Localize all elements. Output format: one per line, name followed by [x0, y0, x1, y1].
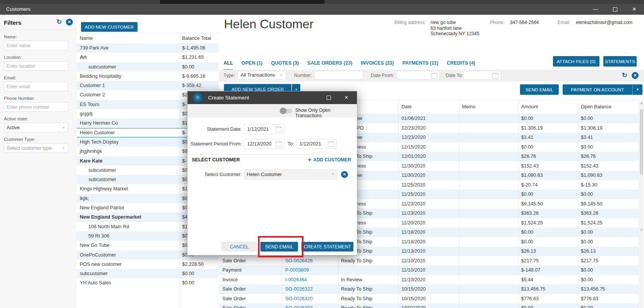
add-new-customer-button[interactable]: ADD NEW CUSTOMER — [81, 22, 138, 32]
minimize-button[interactable]: — — [586, 4, 605, 15]
customer-row[interactable]: subcustomer$0.00 — [77, 269, 219, 278]
window-titlebar: Customers — ✕ — [0, 4, 644, 15]
statement-date-input[interactable]: 1/12/2021 — [244, 124, 284, 134]
billing-line-2: 63 hartfort lane — [430, 26, 479, 31]
scroll-down-icon[interactable]: ▼ — [639, 228, 644, 232]
transaction-open-balance: $0.00 — [581, 114, 593, 123]
dialog-maximize-button[interactable] — [323, 91, 334, 104]
customer-row[interactable]: Bedding Hospitality$-9,695.16 — [77, 72, 219, 81]
active-state-value: Active — [7, 125, 20, 130]
payment-on-account-dropdown[interactable]: ▼ — [632, 84, 642, 95]
transaction-number-link[interactable]: P-0003809 — [285, 265, 309, 275]
customer-name: New England Patriot — [80, 203, 124, 212]
tab-credits-4[interactable]: CREDITS (4) — [447, 60, 475, 70]
active-state-select[interactable]: Active▼ — [4, 123, 68, 132]
tab-all[interactable]: ALL — [224, 60, 233, 70]
dialog-close-button[interactable]: ✕ — [341, 91, 352, 104]
type-select[interactable]: All Transactions ▼ — [238, 71, 286, 80]
email-input[interactable] — [4, 82, 68, 91]
transaction-type: Invoice — [222, 275, 238, 285]
clear-filters-icon[interactable]: ✕ — [66, 19, 73, 26]
tab-open-1[interactable]: OPEN (1) — [241, 60, 262, 70]
transaction-number-link[interactable]: SO-0026307 — [285, 303, 313, 308]
active-state-label: Active state: — [4, 116, 73, 121]
email-value: elenkazhilinavr@gmail.com — [576, 20, 632, 25]
statements-button[interactable]: STATEMENTS — [603, 56, 637, 67]
customer-name: Customer 2 — [80, 90, 105, 99]
customer-row[interactable]: YH Auto Sales$0.00 — [77, 278, 219, 287]
phone-number-input[interactable] — [4, 102, 68, 112]
customer-type-select[interactable]: Select customer type▼ — [4, 143, 68, 153]
transaction-date: 10/15/2020 — [401, 284, 426, 294]
customer-row[interactable]: Ari$1,231.65 — [77, 53, 219, 62]
transaction-open-balance: $0.00 — [581, 142, 593, 152]
cancel-button[interactable]: CANCEL — [221, 242, 257, 252]
transaction-number-link[interactable]: SO-0026322 — [285, 284, 313, 294]
customer-row[interactable]: POS new customer$2,228.50 — [77, 260, 219, 269]
transaction-date: 12/23/2020 — [401, 123, 426, 133]
tab-sale-orders-23[interactable]: SALE ORDERS (23) — [307, 60, 352, 70]
clear-customer-icon[interactable]: ✕ — [341, 171, 348, 178]
maximize-button[interactable] — [605, 4, 625, 15]
customer-balance: $0.00 — [182, 278, 194, 287]
customer-name: POS new customer — [80, 260, 122, 269]
transaction-amount: $1,306.19 — [521, 123, 543, 133]
customer-name: subcustomer — [80, 269, 108, 278]
scrollbar-thumb[interactable] — [640, 109, 643, 175]
name-input[interactable] — [4, 41, 68, 50]
statement-period-to-input[interactable]: 1/12/2021 — [296, 139, 337, 149]
customer-balance: $1 — [182, 222, 188, 231]
transaction-type: Sale Order — [222, 284, 246, 294]
transaction-status: Ready To Ship — [341, 303, 372, 308]
number-input[interactable] — [314, 71, 363, 80]
dialog-title: Create Statement — [208, 91, 249, 104]
transaction-open-balance: $1,524.25 — [581, 218, 603, 228]
payment-on-account-button[interactable]: PAYMENT ON ACCOUNT — [563, 84, 632, 95]
show-only-open-transactions-toggle[interactable] — [281, 109, 292, 113]
customer-row[interactable]: 739 Park Ave$-1,495.06 — [77, 43, 219, 53]
tab-payments-11[interactable]: PAYMENTS (11) — [402, 60, 438, 70]
transaction-status: Ready To Ship — [341, 284, 372, 294]
customer-balance: $0 — [182, 137, 188, 147]
tab-quotes-3[interactable]: QUOTES (3) — [271, 60, 299, 70]
transaction-amount: $3.41 — [521, 133, 533, 142]
billing-line-1: new go tube — [430, 20, 479, 26]
send-email-button[interactable]: SEND EMAIL — [520, 84, 559, 95]
transaction-type: Sale Order — [222, 303, 246, 308]
clear-transaction-filters-icon[interactable]: ✕ — [632, 72, 639, 79]
customer-balance: $0 — [182, 175, 188, 184]
transaction-number-link[interactable]: SO-0026426 — [285, 256, 313, 266]
table-column-header: Date — [401, 100, 412, 114]
refresh-filters-icon[interactable]: ↻ — [57, 19, 62, 26]
create-statement-button[interactable]: CREATE STATEMENT — [301, 242, 353, 252]
transaction-date: 11/13/2020 — [401, 246, 425, 256]
date-to-input[interactable] — [463, 71, 501, 80]
tab-invoices-23[interactable]: INVOICES (23) — [361, 60, 394, 70]
scroll-up-icon[interactable]: ▲ — [639, 101, 644, 105]
refresh-transactions-icon[interactable]: ↻ — [622, 72, 627, 79]
transaction-type: Sale Order — [222, 256, 246, 266]
customer-name: OnePoCustomer — [80, 250, 116, 260]
column-divider — [518, 100, 519, 308]
customer-row[interactable]: subcustomer$0.00 — [77, 62, 219, 72]
transaction-date: 11/10/2020 — [401, 265, 425, 275]
customer-name: 106 North Main Rd — [88, 222, 129, 231]
app-logo-icon: ☰ — [193, 93, 202, 102]
transaction-amount: $26.76 — [521, 152, 536, 161]
select-customer-dropdown[interactable]: Helen Customer ▼ — [244, 169, 337, 180]
add-customer-link[interactable]: +ADD CUSTOMER — [308, 156, 351, 163]
close-button[interactable]: ✕ — [625, 4, 644, 15]
toggle-label: Show Only Open Transactions — [295, 108, 357, 118]
customer-row[interactable]: Customer 1$-358.42 — [77, 81, 219, 90]
date-from-input[interactable] — [397, 71, 440, 80]
table-scrollbar[interactable]: ▲ ▼ — [639, 101, 644, 308]
statement-period-from-input[interactable]: 12/13/2020 — [244, 139, 284, 149]
location-input[interactable] — [4, 61, 68, 71]
transaction-open-balance: $217.75 — [581, 256, 598, 266]
customer-name: gcjgdj — [80, 109, 93, 118]
transaction-amount: $9,145.50 — [521, 199, 543, 209]
customer-balance: $0 — [182, 109, 188, 118]
transaction-number-link[interactable]: SO-0026320 — [285, 294, 313, 304]
attach-files-button[interactable]: ATTACH FILES (0) — [553, 56, 599, 67]
transaction-number-link[interactable]: I-0026364 — [285, 275, 307, 285]
